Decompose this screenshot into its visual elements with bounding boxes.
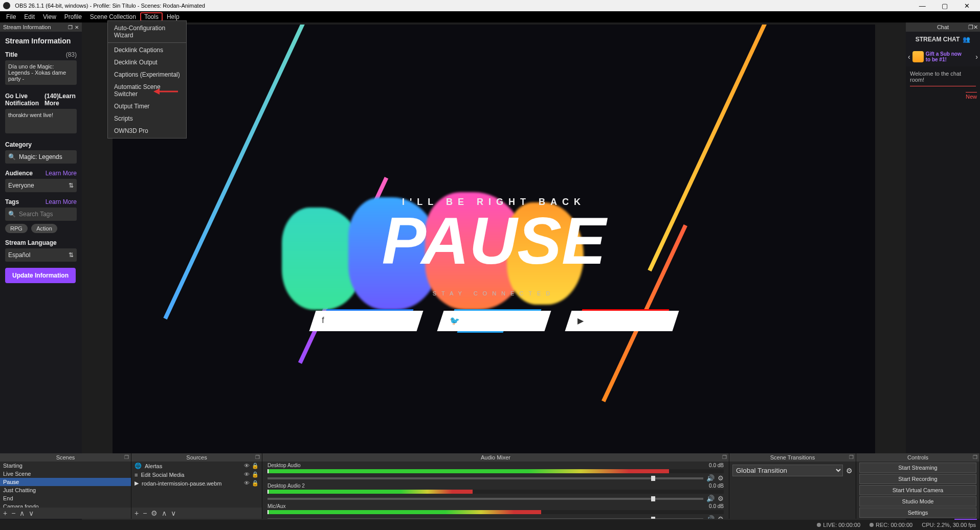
language-select[interactable]: Español ⇅ <box>5 248 77 262</box>
tag-pill[interactable]: RPG <box>5 224 28 233</box>
scene-down-button[interactable]: ∨ <box>29 509 34 517</box>
dock-popout-icon[interactable]: ❐ <box>849 454 854 460</box>
tools-decklink-output[interactable]: Decklink Output <box>108 56 186 68</box>
speaker-icon[interactable]: 🔊 <box>706 474 715 482</box>
visibility-icon[interactable]: 👁 <box>244 480 250 487</box>
menu-profile[interactable]: Profile <box>60 12 86 21</box>
scene-row[interactable]: Starting <box>0 462 131 470</box>
visibility-icon[interactable]: 👁 <box>244 463 250 469</box>
tools-auto-scene-switcher[interactable]: Automatic Scene Switcher <box>108 81 186 100</box>
sources-dock: Sources❐ 🌐Alertas👁🔒≡Edit Social Media👁🔒▶… <box>131 453 262 519</box>
speaker-icon[interactable]: 🔊 <box>706 495 715 502</box>
dock-popout-icon[interactable]: ❐ <box>973 454 977 460</box>
tools-decklink-captions[interactable]: Decklink Captions <box>108 44 186 56</box>
volume-slider[interactable] <box>268 498 703 500</box>
audience-select[interactable]: Everyone ⇅ <box>5 179 77 192</box>
channel-settings-icon[interactable]: ⚙ <box>718 474 724 482</box>
update-information-button[interactable]: Update Information <box>5 268 76 283</box>
speaker-icon[interactable]: 🔊 <box>706 515 715 519</box>
add-source-button[interactable]: + <box>135 509 139 517</box>
dock-popout-icon[interactable]: ❐ <box>722 454 727 460</box>
tag-pill[interactable]: Action <box>31 224 57 233</box>
tools-own3d-pro[interactable]: OWN3D Pro <box>108 125 186 137</box>
lock-icon[interactable]: 🔒 <box>252 480 259 487</box>
channel-name: Desktop Audio <box>268 463 301 468</box>
dock-popout-icon[interactable]: ❐ <box>124 454 129 460</box>
status-rec: REC: 00:00:00 <box>870 522 912 528</box>
scene-row[interactable]: Just Chatting <box>0 486 131 494</box>
remove-scene-button[interactable]: − <box>11 509 15 517</box>
preview-canvas[interactable]: I'LL BE RIGHT BACK PAUSE STAY CONNECTED … <box>113 25 875 503</box>
golive-input[interactable] <box>5 109 77 133</box>
dock-popout-icon[interactable]: ❐ <box>255 454 260 460</box>
sources-list[interactable]: 🌐Alertas👁🔒≡Edit Social Media👁🔒▶rodan-int… <box>131 462 262 508</box>
tools-output-timer[interactable]: Output Timer <box>108 100 186 112</box>
control-button[interactable]: Start Recording <box>859 474 976 484</box>
source-props-button[interactable]: ⚙ <box>151 509 158 517</box>
source-type-icon: ≡ <box>135 472 138 478</box>
menu-view[interactable]: View <box>39 12 60 21</box>
menu-edit[interactable]: Edit <box>20 12 39 21</box>
obs-app-icon <box>3 2 10 9</box>
channel-settings-icon[interactable]: ⚙ <box>718 495 724 502</box>
maximize-button[interactable]: ▢ <box>934 2 955 10</box>
channel-db: 0.0 dB <box>709 503 724 509</box>
dock-close-icon[interactable]: ✕ <box>75 25 79 30</box>
remove-source-button[interactable]: − <box>143 509 147 517</box>
tags-learn-more[interactable]: Learn More <box>46 198 77 205</box>
scenes-list[interactable]: StartingLive ScenePauseJust ChattingEndC… <box>0 462 131 508</box>
mixer-dock-title: Audio Mixer <box>481 454 510 460</box>
chevron-right-icon[interactable]: › <box>975 53 978 61</box>
minimize-button[interactable]: — <box>912 2 932 10</box>
source-row[interactable]: ▶rodan-intermission-pause.webm👁🔒 <box>131 479 262 488</box>
scene-row[interactable]: Pause <box>0 478 131 486</box>
channel-db: 0.0 dB <box>709 463 724 468</box>
lock-icon[interactable]: 🔒 <box>252 471 259 478</box>
volume-slider[interactable] <box>268 518 703 519</box>
tags-search[interactable]: 🔍 Search Tags <box>5 208 77 221</box>
tools-scripts[interactable]: Scripts <box>108 112 186 125</box>
scenes-dock: Scenes❐ StartingLive ScenePauseJust Chat… <box>0 453 131 519</box>
stream-title-input[interactable] <box>5 60 77 85</box>
gift-banner[interactable]: ‹ Gift a Sub nowto be #1! › <box>906 47 980 66</box>
scene-up-button[interactable]: ∧ <box>19 509 25 517</box>
source-row[interactable]: ≡Edit Social Media👁🔒 <box>131 470 262 479</box>
add-scene-button[interactable]: + <box>3 509 7 517</box>
channel-settings-icon[interactable]: ⚙ <box>718 515 724 519</box>
audience-label: Audience <box>5 170 33 177</box>
channel-name: Mic/Aux <box>268 503 286 509</box>
transitions-dock: Scene Transitions❐ Global Transition ⚙ <box>729 453 856 519</box>
source-down-button[interactable]: ∨ <box>171 509 176 517</box>
close-button[interactable]: ✕ <box>956 2 977 10</box>
volume-slider[interactable] <box>268 477 703 479</box>
tools-auto-config[interactable]: Auto-Configuration Wizard <box>108 22 186 41</box>
status-live: LIVE: 00:00:00 <box>817 522 860 528</box>
scene-row[interactable]: Live Scene <box>0 470 131 478</box>
tags-placeholder: Search Tags <box>19 211 53 218</box>
audience-learn-more[interactable]: Learn More <box>46 170 77 177</box>
dock-popout-icon[interactable]: ❐ <box>68 25 73 30</box>
control-button[interactable]: Studio Mode <box>859 496 976 506</box>
transition-select[interactable]: Global Transition <box>732 465 843 476</box>
category-select[interactable]: 🔍 Magic: Legends <box>5 150 77 164</box>
control-button[interactable]: Start Streaming <box>859 463 976 473</box>
control-button[interactable]: Start Virtual Camera <box>859 485 976 495</box>
language-label: Stream Language <box>5 239 57 246</box>
dock-popout-icon[interactable]: ❐ <box>968 24 973 30</box>
source-row[interactable]: 🌐Alertas👁🔒 <box>131 462 262 470</box>
chevron-left-icon[interactable]: ‹ <box>908 53 910 61</box>
menu-file[interactable]: File <box>2 12 20 21</box>
source-type-icon: ▶ <box>135 480 139 487</box>
preview-main-text: PAUSE <box>313 208 676 274</box>
tools-captions-exp[interactable]: Captions (Experimental) <box>108 68 186 81</box>
stream-chat-label: STREAM CHAT <box>916 36 960 43</box>
source-up-button[interactable]: ∧ <box>162 509 167 517</box>
control-button[interactable]: Settings <box>859 508 976 518</box>
scene-row[interactable]: End <box>0 494 131 502</box>
people-icon[interactable]: 👥 <box>963 36 970 43</box>
visibility-icon[interactable]: 👁 <box>244 471 250 478</box>
scene-row[interactable]: Camara fondo <box>0 502 131 508</box>
lock-icon[interactable]: 🔒 <box>252 463 259 469</box>
transition-settings-button[interactable]: ⚙ <box>846 467 853 475</box>
dock-close-icon[interactable]: ✕ <box>973 24 978 30</box>
